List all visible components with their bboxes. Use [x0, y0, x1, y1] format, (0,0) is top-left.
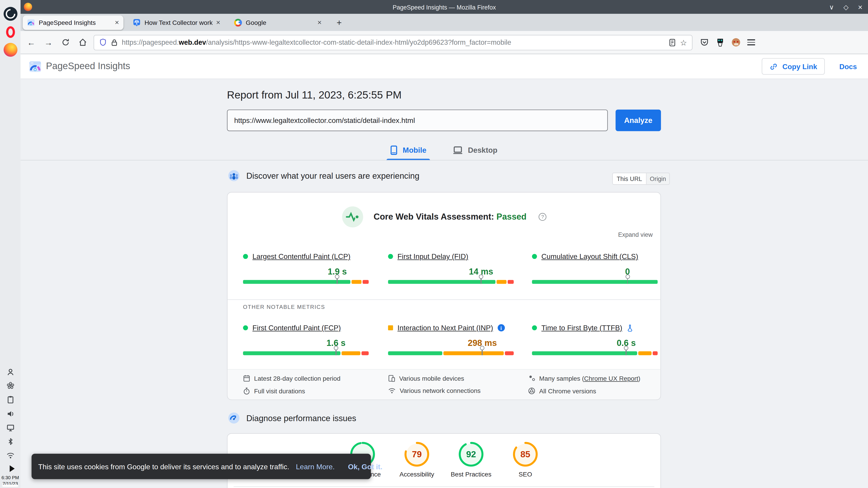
metric-inp: Interaction to Next Paint (INP)i 298 ms — [388, 324, 514, 332]
cookie-consent-banner: This site uses cookies from Google to de… — [32, 454, 371, 479]
firefox-logo[interactable] — [3, 43, 17, 57]
collection-info-band: Latest 28-day collection period Various … — [228, 369, 660, 399]
extension-icon[interactable] — [716, 38, 725, 47]
metric-status-bullet — [243, 254, 248, 259]
clipboard-icon[interactable] — [6, 396, 14, 403]
tracking-shield-icon[interactable] — [99, 38, 107, 46]
score-gauge[interactable]: 85 — [513, 442, 538, 467]
metric-label-link[interactable]: Time to First Byte (TTFB) — [541, 324, 622, 332]
toggle-origin[interactable]: Origin — [647, 173, 669, 184]
info-icon[interactable]: i — [498, 324, 505, 331]
close-button[interactable]: × — [858, 2, 862, 11]
speaker-icon[interactable] — [6, 410, 14, 418]
score-gauge[interactable]: 92 — [458, 442, 484, 467]
forward-icon[interactable]: → — [44, 38, 53, 47]
metric-label-link[interactable]: Interaction to Next Paint (INP) — [397, 324, 493, 332]
metric-distribution-bar — [532, 280, 657, 284]
reload-icon[interactable] — [61, 38, 70, 46]
lock-icon[interactable] — [111, 38, 118, 46]
divider — [228, 299, 660, 300]
expand-play-icon[interactable] — [10, 465, 15, 472]
mobile-phone-icon — [391, 145, 398, 155]
show-desktop-button[interactable] — [2, 485, 18, 487]
back-icon[interactable]: ← — [27, 38, 35, 47]
psi-header: PageSpeed Insights Copy Link Docs — [21, 54, 868, 79]
footnote-durations: Full visit durations — [243, 387, 305, 394]
tab-label: PageSpeed Insights — [39, 19, 112, 26]
cookie-ok-button[interactable]: Ok, Got it. — [348, 462, 382, 470]
bluetooth-icon[interactable] — [6, 437, 14, 445]
bookmark-star-icon[interactable]: ☆ — [680, 38, 687, 47]
stopwatch-icon — [243, 387, 250, 394]
copy-link-button[interactable]: Copy Link — [762, 58, 825, 74]
maximize-button[interactable]: ◇ — [843, 3, 848, 11]
new-tab-button[interactable]: + — [333, 18, 345, 27]
samples-text: Many samples (Chrome UX Report) — [539, 375, 640, 381]
score-gauge[interactable]: 79 — [404, 442, 430, 467]
psi-title: PageSpeed Insights — [46, 61, 130, 72]
metric-label-link[interactable]: Cumulative Layout Shift (CLS) — [541, 252, 638, 261]
tab-label: How Text Collector works – — [145, 19, 213, 26]
other-metrics-label: OTHER NOTABLE METRICS — [243, 304, 325, 310]
metric-label-link[interactable]: Largest Contentful Paint (LCP) — [252, 252, 350, 261]
core-web-vitals-card: Core Web Vitals Assessment: Passed ? Exp… — [227, 192, 661, 400]
url-bar[interactable]: https://pagespeed.web.dev/analysis/https… — [94, 35, 692, 50]
reader-mode-icon[interactable] — [669, 38, 676, 46]
metric-distribution-bar — [388, 280, 514, 284]
wifi-icon[interactable] — [6, 452, 14, 459]
tab-pagespeed-insights[interactable]: PageSpeed Insights × — [23, 15, 123, 30]
chrome-ux-report-link[interactable]: Chrome UX Report — [584, 375, 638, 381]
toggle-this-url[interactable]: This URL — [613, 173, 647, 184]
samples-icon — [528, 375, 535, 382]
tab-close-icon[interactable]: × — [115, 18, 119, 27]
cookie-text: This site uses cookies from Google to de… — [38, 462, 289, 470]
metric-distribution-bar — [532, 351, 657, 355]
expand-view-link[interactable]: Expand view — [618, 231, 653, 238]
score-accessibility: 79 Accessibility — [390, 442, 444, 477]
tab-close-icon[interactable]: × — [317, 18, 322, 27]
metric-status-bullet — [532, 325, 537, 330]
distro-logo[interactable] — [3, 7, 17, 21]
divider — [234, 486, 654, 487]
footnote-connections: Various network connections — [388, 387, 480, 394]
window-titlebar[interactable]: PageSpeed Insights — Mozilla Firefox ∨ ◇… — [21, 0, 868, 14]
device-tabs: Mobile Desktop — [227, 140, 661, 161]
metric-distribution-bar — [388, 351, 514, 355]
flower-icon[interactable] — [6, 382, 14, 390]
tab-mobile[interactable]: Mobile — [391, 140, 427, 161]
help-icon[interactable]: ? — [539, 213, 546, 221]
metric-cls: Cumulative Layout Shift (CLS) 0 — [532, 252, 657, 261]
metric-label-link[interactable]: First Contentful Paint (FCP) — [252, 324, 341, 332]
metric-status-bullet — [532, 254, 537, 259]
navigation-toolbar: ← → https://pagespeed.web.dev/analysis/h… — [21, 31, 868, 54]
monkey-extension-icon[interactable] — [732, 38, 740, 46]
display-icon[interactable] — [6, 424, 14, 431]
learn-more-link[interactable]: Learn More. — [296, 462, 335, 470]
minimize-button[interactable]: ∨ — [829, 3, 834, 11]
url-origin-toggle: This URL Origin — [612, 173, 670, 185]
link-icon — [770, 62, 778, 71]
home-icon[interactable] — [79, 38, 87, 46]
network-icon — [388, 387, 396, 394]
score-label: Accessibility — [399, 471, 434, 477]
opera-logo[interactable] — [6, 26, 15, 38]
url-text[interactable]: https://pagespeed.web.dev/analysis/https… — [122, 38, 665, 46]
tab-google[interactable]: Google × — [230, 15, 326, 30]
desktop-laptop-icon — [453, 146, 463, 155]
tab-close-icon[interactable]: × — [216, 18, 220, 27]
pocket-icon[interactable] — [700, 38, 709, 46]
screen: 6:30 PM 7/11/23 PageSpeed Insights — Moz… — [0, 0, 868, 488]
menu-icon[interactable] — [747, 39, 755, 45]
metric-fcp: First Contentful Paint (FCP) 1.6 s — [243, 324, 369, 332]
analyze-button[interactable]: Analyze — [616, 109, 661, 131]
field-data-heading-row: Discover what your real users are experi… — [228, 170, 420, 182]
tab-desktop[interactable]: Desktop — [453, 140, 498, 161]
docs-link[interactable]: Docs — [839, 62, 857, 71]
devices-icon — [388, 375, 395, 382]
field-data-heading: Discover what your real users are experi… — [246, 171, 420, 181]
score-label: Best Practices — [451, 471, 491, 477]
analyze-url-input[interactable] — [227, 109, 608, 131]
user-icon[interactable] — [6, 368, 14, 376]
tab-text-collector[interactable]: How Text Collector works – × — [128, 15, 225, 30]
metric-label-link[interactable]: First Input Delay (FID) — [397, 252, 468, 261]
